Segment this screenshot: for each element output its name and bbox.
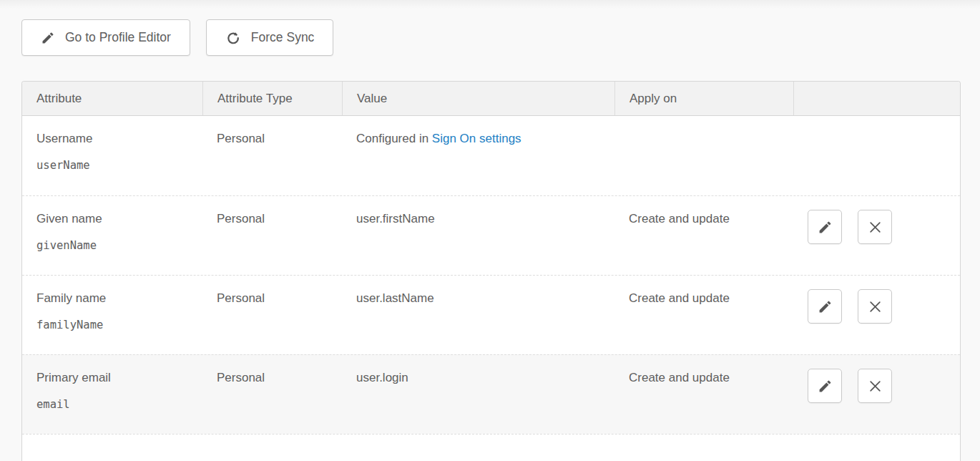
delete-attribute-button[interactable] xyxy=(858,369,892,403)
edit-attribute-button[interactable] xyxy=(808,210,842,244)
attribute-type-text: Personal xyxy=(217,291,265,305)
cell-attribute: Primary email email xyxy=(22,355,202,434)
go-to-profile-editor-button[interactable]: Go to Profile Editor xyxy=(21,19,190,56)
pencil-icon xyxy=(818,299,833,314)
x-icon xyxy=(868,379,882,393)
cell-attribute-type: Personal xyxy=(202,116,342,195)
table-row: Username userName Personal Configured in… xyxy=(22,116,960,195)
edit-attribute-button[interactable] xyxy=(808,289,842,324)
column-header: Value xyxy=(342,82,614,115)
column-header: Attribute xyxy=(22,82,202,115)
row-actions xyxy=(793,196,960,275)
cell-value: Configured in Sign On settings xyxy=(342,116,614,195)
x-icon xyxy=(868,220,882,234)
cell-attribute-type: Personal xyxy=(202,355,342,434)
cell-attribute: Given name givenName xyxy=(22,196,202,275)
table-body: Username userName Personal Configured in… xyxy=(22,116,960,434)
go-to-profile-editor-label: Go to Profile Editor xyxy=(65,30,171,45)
apply-on-text: Create and update xyxy=(629,291,730,305)
table-row: Primary email email Personal user.login … xyxy=(22,354,960,434)
cell-value: user.firstName xyxy=(342,196,614,275)
edit-attribute-button[interactable] xyxy=(808,369,842,403)
row-actions xyxy=(793,276,960,354)
toolbar: Go to Profile Editor Force Sync xyxy=(21,19,333,56)
column-header xyxy=(793,82,960,115)
attribute-label: Given name xyxy=(36,212,188,226)
refresh-icon xyxy=(225,30,241,46)
cell-apply-on xyxy=(614,116,793,195)
cell-value: user.lastName xyxy=(342,276,614,354)
table-header-row: Attribute Attribute Type Value Apply on xyxy=(22,82,960,116)
row-actions xyxy=(793,355,960,434)
attribute-label: Family name xyxy=(36,291,188,306)
attribute-mapping-table: Attribute Attribute Type Value Apply on … xyxy=(21,81,961,461)
delete-attribute-button[interactable] xyxy=(858,289,892,324)
page: Go to Profile Editor Force Sync Attribut… xyxy=(0,0,980,461)
cell-value: user.login xyxy=(342,355,614,434)
column-header: Attribute Type xyxy=(202,82,342,115)
force-sync-label: Force Sync xyxy=(251,30,315,45)
top-strip xyxy=(0,0,980,9)
value-prefix-text: Configured in xyxy=(356,132,432,145)
column-header: Apply on xyxy=(614,82,793,115)
apply-on-text: Create and update xyxy=(629,212,730,225)
attribute-type-text: Personal xyxy=(217,132,265,145)
attribute-variable-name: userName xyxy=(36,159,188,172)
cell-attribute: Username userName xyxy=(22,116,202,195)
value-text: user.firstName xyxy=(356,212,435,225)
force-sync-button[interactable]: Force Sync xyxy=(206,19,334,56)
value-text: user.login xyxy=(356,371,408,384)
pencil-icon xyxy=(818,220,833,235)
attribute-variable-name: email xyxy=(36,398,188,411)
delete-attribute-button[interactable] xyxy=(858,210,892,244)
table-row: Family name familyName Personal user.las… xyxy=(22,275,960,354)
pencil-icon xyxy=(818,379,833,394)
attribute-variable-name: familyName xyxy=(36,319,188,331)
attribute-label: Primary email xyxy=(36,371,188,385)
cell-apply-on: Create and update xyxy=(614,196,793,275)
value-with-link: Configured in Sign On settings xyxy=(356,132,521,145)
pencil-icon xyxy=(41,31,55,45)
value-text: user.lastName xyxy=(356,291,434,305)
apply-on-text: Create and update xyxy=(629,371,730,384)
table-row-stub xyxy=(22,434,960,461)
cell-attribute-type: Personal xyxy=(202,196,342,275)
cell-attribute-type: Personal xyxy=(202,276,342,354)
attribute-variable-name: givenName xyxy=(36,239,188,252)
attribute-label: Username xyxy=(36,132,188,146)
attribute-type-text: Personal xyxy=(217,212,265,225)
cell-apply-on: Create and update xyxy=(614,355,793,434)
x-icon xyxy=(868,300,882,314)
table-row: Given name givenName Personal user.first… xyxy=(22,195,960,275)
cell-apply-on: Create and update xyxy=(614,276,793,354)
cell-attribute: Family name familyName xyxy=(22,276,202,354)
attribute-type-text: Personal xyxy=(217,371,265,384)
sign-on-settings-link[interactable]: Sign On settings xyxy=(432,132,521,145)
